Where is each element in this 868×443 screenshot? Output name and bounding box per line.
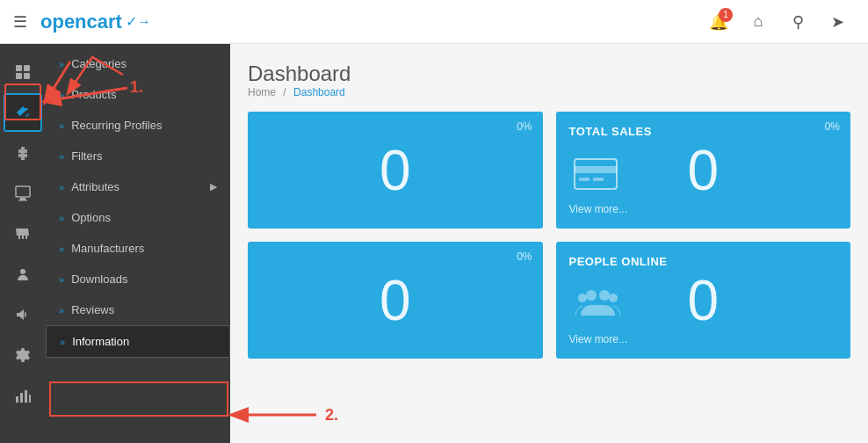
logout-button[interactable]: ➤	[820, 4, 855, 40]
submenu-arrow-icon: ▶	[210, 181, 217, 192]
card-total-customers: 0% 0	[248, 242, 543, 359]
sidebar-item-reports[interactable]	[4, 376, 42, 415]
menu-item-filters-label: Filters	[71, 149, 102, 163]
svg-rect-13	[575, 159, 617, 189]
logo: opencart ✓→	[40, 11, 151, 33]
hamburger-icon[interactable]: ☰	[13, 12, 27, 32]
card-online-link[interactable]: View more...	[569, 333, 838, 345]
chevron-icon: »	[59, 305, 64, 316]
sidebar-item-catalog[interactable]	[4, 93, 42, 132]
menu-item-categories-label: Categories	[71, 57, 127, 70]
menu-item-attributes-label: Attributes	[71, 180, 119, 193]
card-total-sales: TOTAL SALES 0% 0 View more...	[556, 112, 851, 229]
chevron-icon: »	[60, 337, 65, 347]
svg-point-20	[609, 294, 618, 302]
notification-bell-button[interactable]: 🔔 1	[701, 4, 736, 40]
menu-item-filters[interactable]: » Filters	[46, 141, 230, 171]
main-content: Dashboard Home / Dashboard 0% 0 TOTAL SA…	[230, 44, 868, 443]
card-orders-value: 0	[261, 125, 530, 215]
chevron-icon: »	[59, 90, 64, 100]
menu-item-reviews[interactable]: » Reviews	[46, 294, 230, 325]
svg-rect-14	[575, 166, 617, 173]
card-sales-link[interactable]: View more...	[569, 203, 838, 215]
svg-rect-16	[593, 178, 604, 181]
svg-point-19	[578, 294, 587, 302]
svg-rect-2	[16, 73, 22, 79]
card-orders-percent: 0%	[517, 120, 532, 133]
logout-icon: ➤	[831, 12, 844, 32]
dashboard-cards: 0% 0 TOTAL SALES 0% 0 View more... 0% 0	[248, 112, 850, 359]
menu-item-information[interactable]: » Information	[46, 325, 230, 358]
help-button[interactable]: ⚲	[780, 4, 815, 40]
sidebar-item-extensions[interactable]	[4, 134, 42, 172]
sidebar	[0, 44, 46, 443]
svg-rect-10	[20, 393, 23, 403]
chevron-icon: »	[59, 182, 64, 192]
home-button[interactable]: ⌂	[741, 4, 776, 40]
svg-rect-11	[25, 390, 27, 403]
credit-card-icon	[574, 158, 618, 198]
menu-item-recurring-profiles[interactable]: » Recurring Profiles	[46, 110, 230, 141]
card-total-orders: 0% 0	[248, 112, 543, 229]
svg-rect-15	[579, 178, 590, 181]
svg-rect-5	[16, 186, 30, 197]
menu-item-information-label: Information	[72, 335, 129, 348]
svg-rect-6	[20, 198, 25, 200]
breadcrumb-home[interactable]: Home	[248, 86, 276, 98]
menu-item-products-label: Products	[71, 88, 116, 101]
svg-point-17	[586, 290, 597, 301]
chevron-icon: »	[59, 274, 64, 285]
svg-point-18	[599, 290, 610, 301]
page-header: Dashboard Home / Dashboard	[248, 62, 850, 98]
breadcrumb-current: Dashboard	[293, 86, 345, 98]
menu-item-manufacturers-label: Manufacturers	[71, 242, 144, 255]
chevron-icon: »	[59, 151, 64, 162]
topbar-right: 🔔 1 ⌂ ⚲ ➤	[701, 4, 855, 40]
sidebar-item-design[interactable]	[4, 174, 42, 213]
svg-point-4	[25, 108, 28, 111]
logo-cart-icon: ✓→	[126, 13, 151, 30]
menu-item-attributes[interactable]: » Attributes ▶	[46, 171, 230, 202]
sidebar-item-sales[interactable]	[4, 214, 42, 253]
page-title: Dashboard	[248, 62, 850, 86]
home-icon: ⌂	[754, 12, 763, 31]
menu-item-options-label: Options	[71, 211, 111, 224]
svg-rect-0	[16, 65, 22, 71]
menu-item-downloads-label: Downloads	[71, 272, 127, 286]
chevron-icon: »	[59, 243, 64, 254]
svg-rect-9	[16, 396, 18, 403]
menu-item-recurring-profiles-label: Recurring Profiles	[71, 119, 162, 132]
breadcrumb-separator: /	[283, 86, 286, 98]
card-customers-value: 0	[261, 255, 530, 345]
notification-badge: 1	[719, 8, 733, 22]
catalog-dropdown-menu: » Categories » Products » Recurring Prof…	[46, 44, 230, 443]
menu-item-options[interactable]: » Options	[46, 202, 230, 233]
sidebar-item-system[interactable]	[4, 336, 42, 374]
menu-item-reviews-label: Reviews	[71, 303, 114, 316]
svg-rect-1	[24, 65, 30, 71]
card-sales-percent: 0%	[825, 120, 840, 133]
svg-rect-12	[29, 395, 31, 403]
svg-rect-3	[24, 73, 30, 79]
sidebar-item-marketing[interactable]	[4, 295, 42, 334]
help-icon: ⚲	[792, 12, 804, 32]
sidebar-item-dashboard[interactable]	[4, 53, 42, 91]
chevron-icon: »	[59, 120, 64, 131]
menu-item-products[interactable]: » Products	[46, 79, 230, 110]
svg-rect-7	[18, 200, 27, 201]
people-icon	[574, 285, 622, 328]
card-online-label: PEOPLE ONLINE	[569, 255, 838, 268]
svg-point-8	[20, 269, 25, 274]
breadcrumb: Home / Dashboard	[248, 86, 850, 98]
menu-item-categories[interactable]: » Categories	[46, 48, 230, 79]
sidebar-item-customers[interactable]	[4, 255, 42, 294]
topbar: ☰ opencart ✓→ 🔔 1 ⌂ ⚲ ➤	[0, 0, 868, 44]
card-people-online: PEOPLE ONLINE 0 View more...	[556, 242, 851, 359]
menu-item-manufacturers[interactable]: » Manufacturers	[46, 233, 230, 264]
chevron-icon: »	[59, 213, 64, 223]
topbar-left: ☰ opencart ✓→	[13, 11, 151, 33]
menu-item-downloads[interactable]: » Downloads	[46, 264, 230, 294]
chevron-icon: »	[59, 59, 64, 69]
logo-text: opencart	[40, 11, 122, 33]
card-customers-percent: 0%	[517, 251, 532, 263]
